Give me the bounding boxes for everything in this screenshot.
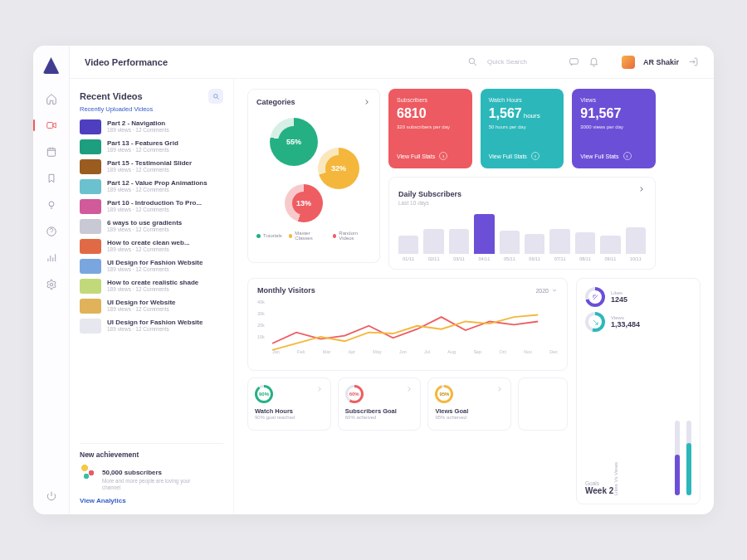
video-title: Part 2 - Navigation [107, 119, 169, 127]
arrow-right-icon: › [531, 152, 540, 160]
username: AR Shakir [643, 58, 679, 66]
cat-pct-1: 55% [270, 118, 318, 166]
idea-icon[interactable] [45, 198, 58, 212]
categories-title: Categories [256, 98, 295, 106]
video-thumb [80, 259, 101, 274]
chevron-right-icon[interactable] [637, 185, 646, 193]
svg-point-5 [470, 58, 476, 64]
list-item[interactable]: Part 15 - Testimonial Slider189 views · … [80, 159, 223, 174]
list-item[interactable]: 6 ways to use gradients189 views · 12 Co… [80, 219, 223, 234]
search-input[interactable]: Quick Search [487, 58, 527, 66]
help-icon[interactable] [45, 225, 58, 238]
power-icon[interactable] [45, 489, 58, 503]
stat-subscribers[interactable]: Subscribers 6810 320 subscribers per day… [388, 89, 472, 168]
video-meta: 189 views · 12 Comments [107, 246, 190, 252]
cat-pct-2: 32% [318, 148, 359, 189]
calendar-icon[interactable] [45, 145, 58, 158]
app-window: Video Performance Quick Search AR Shakir… [33, 46, 714, 514]
likes-views-bars [675, 421, 691, 495]
home-icon[interactable] [45, 92, 58, 105]
chevron-right-icon [496, 385, 504, 393]
likes-views-card: Likes1245 Views1,33,484 Goals Week 2 Lik… [576, 278, 701, 504]
chevron-right-icon[interactable] [363, 98, 371, 106]
year-select[interactable]: 2020 [535, 287, 558, 294]
list-item[interactable]: UI Design for Fashion Website189 views ·… [80, 259, 223, 274]
recent-search-icon[interactable] [208, 89, 223, 104]
goals-row: 90% Watch Hours 90% goal reached 60% Sub… [247, 377, 568, 431]
video-meta: 189 views · 12 Comments [107, 127, 169, 133]
list-item[interactable]: Part 2 - Navigation189 views · 12 Commen… [80, 119, 223, 134]
views-ring-icon [585, 312, 605, 332]
confetti-icon [80, 463, 96, 480]
video-title: Part 10 - Introduction To Pro... [107, 199, 202, 207]
dashboard: Categories 55% 32% 13% TutorialsMaster C… [234, 79, 714, 514]
goal-views[interactable]: 95% Views Goal 95% acheived [427, 377, 511, 431]
list-item[interactable]: How to create realistic shade189 views ·… [80, 279, 223, 294]
video-thumb [80, 139, 101, 154]
list-item[interactable]: UI Design for Website189 views · 12 Comm… [80, 299, 223, 314]
nav-rail [33, 46, 70, 514]
list-item[interactable]: How to create clean web...189 views · 12… [80, 239, 223, 254]
svg-rect-0 [46, 123, 52, 129]
recent-subtitle: Recently Uploaded Videos [80, 105, 223, 113]
avatar[interactable] [622, 56, 635, 69]
search-icon[interactable] [467, 56, 479, 68]
video-thumb [80, 159, 101, 174]
daily-subscribers-card: Daily SubscribersLast 10 days 01/1102/11… [388, 177, 656, 270]
axis-label: Likes Vs Views [613, 462, 618, 495]
achievement-body: More and more people are loving your cha… [102, 478, 210, 491]
svg-rect-6 [570, 59, 579, 65]
chevron-right-icon [405, 385, 413, 393]
view-analytics-link[interactable]: View Analytics [80, 497, 126, 504]
recent-panel: Recent Videos Recently Uploaded Videos P… [70, 79, 234, 514]
daily-subtitle: Last 10 days [398, 200, 461, 206]
video-title: UI Design for Website [107, 299, 176, 306]
video-thumb [80, 279, 101, 294]
monthly-title: Monthly Visitors [257, 286, 315, 295]
daily-title: Daily Subscribers [398, 190, 461, 198]
cat-pct-3: 13% [285, 184, 323, 222]
video-meta: 189 views · 12 Comments [107, 286, 198, 292]
video-thumb [80, 119, 101, 134]
list-item[interactable]: Part 10 - Introduction To Pro...189 view… [80, 199, 223, 214]
recent-title: Recent Videos [80, 91, 143, 101]
categories-card: Categories 55% 32% 13% TutorialsMaster C… [247, 89, 380, 263]
likes-ring-icon [585, 287, 605, 307]
chat-icon[interactable] [569, 56, 580, 68]
arrow-right-icon: › [623, 152, 632, 160]
list-item[interactable]: Part 13 - Features Grid189 views · 12 Co… [80, 139, 223, 154]
stat-cards: Subscribers 6810 320 subscribers per day… [388, 89, 656, 168]
goal-watch-hours[interactable]: 90% Watch Hours 90% goal reached [247, 377, 331, 431]
video-list: Part 2 - Navigation189 views · 12 Commen… [80, 119, 223, 334]
video-thumb [80, 219, 101, 234]
video-meta: 189 views · 12 Comments [107, 187, 208, 192]
page-title: Video Performance [85, 57, 168, 67]
categories-legend: TutorialsMaster ClassesRandom Videos [256, 231, 371, 241]
achievement-card: New achievement 50,000 subscribers More … [80, 443, 223, 506]
categories-chart: 55% 32% 13% [256, 106, 371, 231]
chart-icon[interactable] [45, 251, 58, 265]
achievement-heading: New achievement [80, 450, 223, 459]
list-item[interactable]: UI Design for Fashion Website189 views ·… [80, 319, 223, 334]
monthly-visitors-card: Monthly Visitors 2020 40k30k20k10k JanFe… [247, 278, 568, 371]
stat-views[interactable]: Views 91,567 3000 views per day View Ful… [572, 89, 656, 168]
svg-point-2 [49, 202, 54, 207]
video-icon[interactable] [45, 119, 58, 132]
video-title: How to create clean web... [107, 239, 190, 246]
settings-icon[interactable] [45, 278, 58, 291]
video-meta: 189 views · 12 Comments [107, 207, 202, 212]
video-title: Part 12 - Value Prop Animations [107, 179, 208, 187]
bookmark-icon[interactable] [45, 172, 58, 185]
logout-icon[interactable] [687, 56, 699, 68]
svg-rect-1 [47, 149, 55, 156]
stat-watch-hours[interactable]: Watch Hours 1,567hours 50 hours per day … [481, 89, 564, 168]
video-meta: 189 views · 12 Comments [107, 266, 203, 272]
bell-icon[interactable] [588, 56, 600, 68]
chevron-right-icon [315, 385, 324, 393]
goal-subscribers[interactable]: 60% Subscribers Goal 60% acheived [338, 377, 422, 431]
achievement-title: 50,000 subscribers [102, 469, 162, 476]
content: Video Performance Quick Search AR Shakir… [70, 46, 714, 514]
goal-empty [518, 377, 568, 431]
daily-labels: 01/1102/1103/1104/1105/1106/1107/1108/11… [398, 256, 646, 261]
list-item[interactable]: Part 12 - Value Prop Animations189 views… [80, 179, 223, 194]
